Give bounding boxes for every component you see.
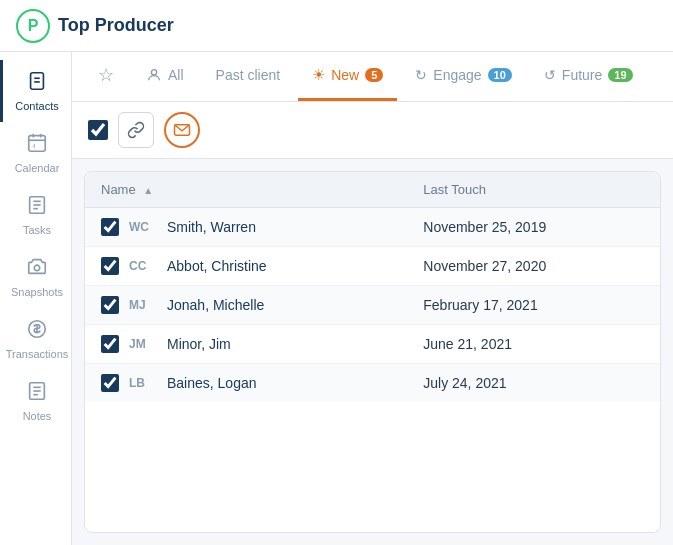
initials-1: CC bbox=[129, 259, 157, 273]
table-body: WC Smith, Warren November 25, 2019 CC Ab… bbox=[85, 208, 660, 403]
name-cell-0: WC Smith, Warren bbox=[85, 208, 407, 247]
future-icon: ↺ bbox=[544, 67, 556, 83]
row-checkbox-1[interactable] bbox=[101, 257, 119, 275]
app-logo: P bbox=[16, 9, 50, 43]
initials-0: WC bbox=[129, 220, 157, 234]
tab-future[interactable]: ↺ Future 19 bbox=[530, 52, 647, 101]
contacts-table: Name ▲ Last Touch WC Smith, Warren Novem… bbox=[85, 172, 660, 402]
app-name: Top Producer bbox=[58, 15, 174, 36]
contacts-table-wrapper: Name ▲ Last Touch WC Smith, Warren Novem… bbox=[84, 171, 661, 533]
logo-letter: P bbox=[28, 17, 39, 35]
last-touch-0: November 25, 2019 bbox=[407, 208, 660, 247]
engage-icon: ↻ bbox=[415, 67, 427, 83]
sidebar-label-tasks: Tasks bbox=[23, 224, 51, 236]
toolbar bbox=[72, 102, 673, 159]
svg-text:4: 4 bbox=[32, 143, 35, 149]
tab-star[interactable]: ☆ bbox=[84, 52, 128, 101]
table-row: JM Minor, Jim June 21, 2021 bbox=[85, 325, 660, 364]
transactions-icon bbox=[26, 318, 48, 345]
email-button[interactable] bbox=[164, 112, 200, 148]
name-cell-3: JM Minor, Jim bbox=[85, 325, 407, 364]
link-button[interactable] bbox=[118, 112, 154, 148]
name-cell-2: MJ Jonah, Michelle bbox=[85, 286, 407, 325]
last-touch-4: July 24, 2021 bbox=[407, 364, 660, 403]
initials-4: LB bbox=[129, 376, 157, 390]
tab-past-client-label: Past client bbox=[216, 67, 281, 83]
tab-future-label: Future bbox=[562, 67, 602, 83]
table-row: LB Baines, Logan July 24, 2021 bbox=[85, 364, 660, 403]
link-icon bbox=[127, 121, 145, 139]
sidebar-item-calendar[interactable]: 4 Calendar bbox=[0, 122, 71, 184]
tab-engage-label: Engage bbox=[433, 67, 481, 83]
tab-future-badge: 19 bbox=[608, 68, 632, 82]
tab-new[interactable]: ☀ New 5 bbox=[298, 52, 397, 101]
sidebar-label-snapshots: Snapshots bbox=[11, 286, 63, 298]
svg-rect-0 bbox=[31, 73, 44, 90]
tab-new-badge: 5 bbox=[365, 68, 383, 82]
main-content: ☆ All Past client ☀ New 5 ↻ Engage 10 ↺ … bbox=[72, 52, 673, 545]
calendar-icon: 4 bbox=[26, 132, 48, 159]
tab-new-label: New bbox=[331, 67, 359, 83]
tab-engage[interactable]: ↻ Engage 10 bbox=[401, 52, 526, 101]
tab-bar: ☆ All Past client ☀ New 5 ↻ Engage 10 ↺ … bbox=[72, 52, 673, 102]
sidebar-label-contacts: Contacts bbox=[15, 100, 58, 112]
sun-icon: ☀ bbox=[312, 66, 325, 84]
sidebar-label-calendar: Calendar bbox=[15, 162, 60, 174]
contacts-icon bbox=[26, 70, 48, 97]
all-icon bbox=[146, 67, 162, 83]
select-all-checkbox[interactable] bbox=[88, 120, 108, 140]
svg-rect-3 bbox=[29, 136, 46, 152]
table-row: WC Smith, Warren November 25, 2019 bbox=[85, 208, 660, 247]
last-touch-3: June 21, 2021 bbox=[407, 325, 660, 364]
sidebar-item-contacts[interactable]: Contacts bbox=[0, 60, 71, 122]
table-header: Name ▲ Last Touch bbox=[85, 172, 660, 208]
sidebar-item-tasks[interactable]: Tasks bbox=[0, 184, 71, 246]
name-cell-1: CC Abbot, Christine bbox=[85, 247, 407, 286]
column-name-label: Name bbox=[101, 182, 136, 197]
app-header: P Top Producer bbox=[0, 0, 673, 52]
email-icon bbox=[173, 121, 191, 139]
tab-all[interactable]: All bbox=[132, 52, 198, 101]
last-touch-2: February 17, 2021 bbox=[407, 286, 660, 325]
sidebar-item-transactions[interactable]: Transactions bbox=[0, 308, 71, 370]
contact-name-3[interactable]: Minor, Jim bbox=[167, 336, 231, 352]
initials-3: JM bbox=[129, 337, 157, 351]
sidebar-item-snapshots[interactable]: Snapshots bbox=[0, 246, 71, 308]
table-row: MJ Jonah, Michelle February 17, 2021 bbox=[85, 286, 660, 325]
svg-point-18 bbox=[151, 70, 156, 75]
table-row: CC Abbot, Christine November 27, 2020 bbox=[85, 247, 660, 286]
svg-point-12 bbox=[34, 265, 40, 271]
initials-2: MJ bbox=[129, 298, 157, 312]
main-layout: Contacts 4 Calendar bbox=[0, 52, 673, 545]
star-icon: ☆ bbox=[98, 64, 114, 86]
sort-icon: ▲ bbox=[143, 185, 153, 196]
contact-name-1[interactable]: Abbot, Christine bbox=[167, 258, 267, 274]
contact-name-0[interactable]: Smith, Warren bbox=[167, 219, 256, 235]
last-touch-1: November 27, 2020 bbox=[407, 247, 660, 286]
tab-engage-badge: 10 bbox=[488, 68, 512, 82]
row-checkbox-0[interactable] bbox=[101, 218, 119, 236]
row-checkbox-3[interactable] bbox=[101, 335, 119, 353]
sidebar: Contacts 4 Calendar bbox=[0, 52, 72, 545]
snapshots-icon bbox=[26, 256, 48, 283]
name-cell-4: LB Baines, Logan bbox=[85, 364, 407, 403]
row-checkbox-4[interactable] bbox=[101, 374, 119, 392]
row-checkbox-2[interactable] bbox=[101, 296, 119, 314]
sidebar-label-transactions: Transactions bbox=[6, 348, 69, 360]
sidebar-item-notes[interactable]: Notes bbox=[0, 370, 71, 432]
tab-past-client[interactable]: Past client bbox=[202, 52, 295, 101]
column-last-touch-label: Last Touch bbox=[423, 182, 486, 197]
tab-all-label: All bbox=[168, 67, 184, 83]
contact-name-2[interactable]: Jonah, Michelle bbox=[167, 297, 264, 313]
tasks-icon bbox=[26, 194, 48, 221]
sidebar-label-notes: Notes bbox=[23, 410, 52, 422]
column-last-touch: Last Touch bbox=[407, 172, 660, 208]
notes-icon bbox=[26, 380, 48, 407]
column-name[interactable]: Name ▲ bbox=[85, 172, 407, 208]
contact-name-4[interactable]: Baines, Logan bbox=[167, 375, 257, 391]
